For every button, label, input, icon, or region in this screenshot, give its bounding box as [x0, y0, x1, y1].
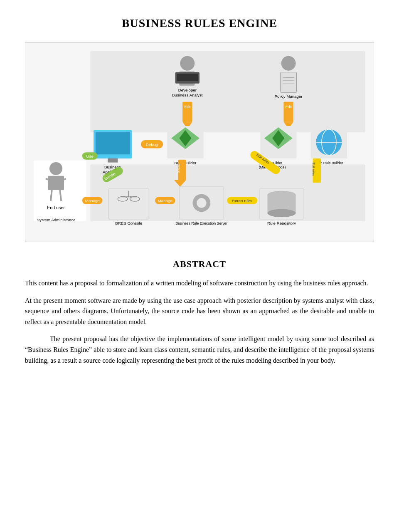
svg-point-80: [267, 209, 296, 217]
svg-point-10: [180, 56, 195, 71]
svg-text:Developer: Developer: [178, 88, 197, 92]
svg-text:System Administrator: System Administrator: [37, 218, 76, 222]
svg-rect-4: [48, 176, 64, 190]
abstract-paragraph-1: This content has a proposal to formaliza…: [25, 278, 374, 289]
svg-rect-30: [108, 158, 118, 163]
svg-text:Business Rule Execution Server: Business Rule Execution Server: [175, 221, 227, 225]
svg-text:End user: End user: [47, 205, 65, 210]
svg-text:BRES Console: BRES Console: [115, 221, 142, 225]
svg-point-3: [49, 162, 62, 175]
svg-rect-15: [177, 74, 198, 81]
page-title: BUSINESS RULES ENGINE: [25, 17, 374, 30]
svg-text:Policy Manager: Policy Manager: [275, 94, 303, 99]
svg-text:Rule Repository: Rule Repository: [267, 221, 296, 225]
svg-text:Edit: Edit: [184, 105, 191, 109]
svg-rect-29: [96, 132, 130, 155]
abstract-title: ABSTRACT: [25, 259, 374, 270]
svg-rect-0: [90, 51, 365, 132]
svg-text:Use: Use: [86, 154, 94, 158]
svg-text:Edit: Edit: [286, 105, 292, 109]
svg-point-73: [197, 198, 206, 208]
svg-text:Debug: Debug: [177, 164, 181, 173]
architecture-diagram: End user Developer Business Analyst Poli…: [34, 51, 365, 225]
svg-text:Business Analyst: Business Analyst: [172, 93, 203, 97]
abstract-section: ABSTRACT This content has a proposal to …: [25, 259, 374, 366]
svg-text:Manage: Manage: [85, 198, 100, 203]
svg-text:Manage: Manage: [158, 198, 172, 203]
svg-point-16: [281, 56, 296, 71]
abstract-paragraph-3: The present proposal has the objective t…: [25, 334, 374, 366]
diagram-container: End user Developer Business Analyst Poli…: [25, 42, 374, 242]
svg-text:Extract rules: Extract rules: [232, 199, 252, 203]
abstract-paragraph-2: At the present moment software are made …: [25, 295, 374, 327]
svg-rect-17: [281, 72, 297, 93]
svg-text:Debug: Debug: [146, 142, 158, 147]
svg-text:Edit rules: Edit rules: [312, 163, 315, 176]
